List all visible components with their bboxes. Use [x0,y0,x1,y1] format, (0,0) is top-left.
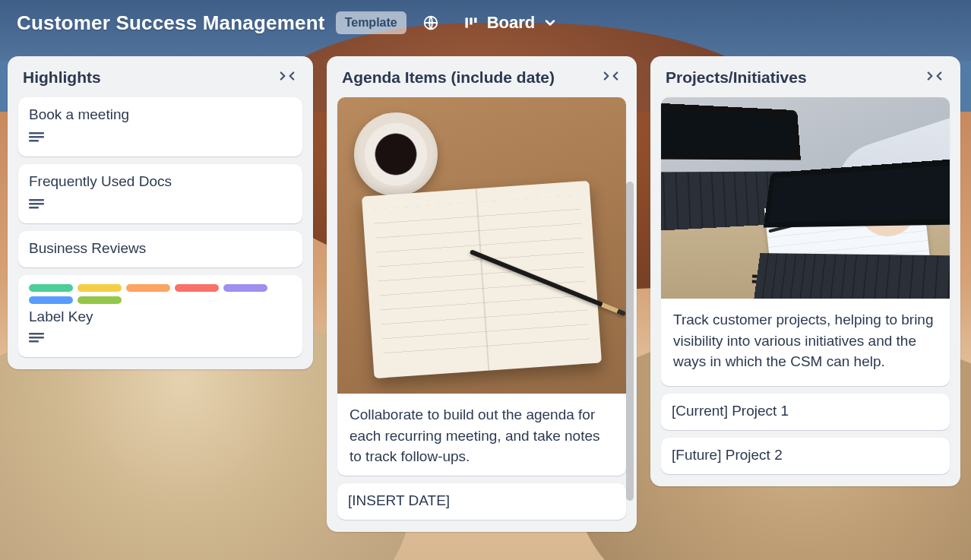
template-badge[interactable]: Template [336,11,406,34]
card[interactable]: Label Key [18,275,302,357]
card-title: Label Key [29,308,292,325]
collapse-arrows-icon [279,70,296,85]
label-purple[interactable] [223,284,267,292]
card[interactable]: [INSERT DATE] [337,483,626,520]
card[interactable]: Book a meeting [18,97,302,157]
svg-rect-4 [29,132,44,134]
svg-rect-9 [29,207,39,209]
list-collapse-button[interactable] [924,70,945,85]
label-orange[interactable] [126,284,170,292]
chevron-down-icon [542,15,558,30]
list-scrollbar[interactable] [626,182,634,501]
board-bars-icon [463,15,479,30]
list-highlights: Highlights Book a meeting Frequently Use… [8,56,313,369]
label-red[interactable] [175,284,219,292]
view-switcher[interactable]: Board [455,10,566,36]
collapse-arrows-icon [603,70,619,85]
svg-rect-8 [29,203,44,205]
card-title: [Current] Project 1 [672,403,939,419]
card[interactable]: Frequently Used Docs [18,164,302,223]
svg-rect-5 [29,136,44,138]
list-title[interactable]: Highlights [23,68,101,87]
card-description-text: Collaborate to build out the agenda for … [337,394,626,476]
label-yellow[interactable] [77,284,122,292]
card[interactable]: Business Reviews [18,231,302,267]
label-blue[interactable] [29,296,73,304]
card-labels [29,284,292,304]
svg-rect-7 [29,199,44,201]
list-agenda: Agenda Items (include date) Collaborate … [327,56,637,532]
label-green[interactable] [29,284,73,292]
list-collapse-button[interactable] [277,70,298,85]
list-collapse-button[interactable] [600,70,622,85]
card[interactable]: Collaborate to build out the agenda for … [337,97,626,476]
card-title: Frequently Used Docs [29,173,292,190]
card-description-text: Track customer projects, helping to brin… [661,299,950,386]
label-lime[interactable] [77,296,122,304]
globe-icon [422,14,439,31]
svg-rect-11 [29,337,44,339]
card-cover-image [337,97,626,394]
card-cover-image [661,97,950,299]
list-title[interactable]: Projects/Initiatives [666,68,807,87]
board-title[interactable]: Customer Success Management [17,11,325,35]
card[interactable]: [Future] Project 2 [661,438,950,474]
card[interactable]: Track customer projects, helping to brin… [661,97,950,386]
description-lines-icon [29,331,47,346]
visibility-button[interactable] [417,9,444,36]
svg-rect-6 [29,140,39,142]
card-title: Business Reviews [29,240,292,257]
card-title: [Future] Project 2 [672,447,939,464]
svg-rect-2 [470,17,472,24]
collapse-arrows-icon [926,70,943,85]
list-projects: Projects/Initiatives [650,56,960,486]
svg-rect-10 [29,333,44,335]
list-title[interactable]: Agenda Items (include date) [342,68,555,87]
description-lines-icon [29,198,47,213]
card-title: Book a meeting [29,106,292,123]
card[interactable]: [Current] Project 1 [661,394,950,430]
board-header: Customer Success Management Template Boa… [0,0,971,50]
svg-rect-12 [29,340,39,343]
svg-rect-1 [465,17,467,27]
board-canvas[interactable]: Highlights Book a meeting Frequently Use… [0,50,971,557]
description-lines-icon [29,131,47,146]
view-label: Board [487,13,536,33]
card-title: [INSERT DATE] [348,492,615,509]
svg-rect-3 [474,17,476,23]
